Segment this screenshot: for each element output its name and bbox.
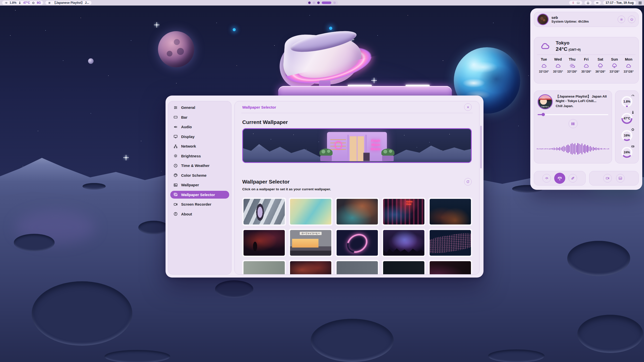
videocam-icon bbox=[173, 202, 178, 207]
close-icon bbox=[466, 106, 470, 109]
sparkle-star bbox=[126, 157, 127, 158]
pause-icon bbox=[572, 122, 573, 125]
chip-icon bbox=[32, 1, 35, 5]
tray-app-icon[interactable] bbox=[572, 1, 575, 5]
pause-icon bbox=[573, 122, 574, 125]
notifications-pill[interactable] bbox=[584, 1, 592, 5]
settings-content: Wallpaper Selector Current Wallpaper Fre… bbox=[234, 101, 479, 275]
image-icon bbox=[173, 183, 178, 187]
media-progress-slider[interactable] bbox=[538, 113, 608, 116]
preview-cafe: Fresh Moon Beans bbox=[327, 132, 387, 161]
powersave-mode-button[interactable] bbox=[569, 174, 577, 183]
selector-heading-row: Wallpaper Selector bbox=[242, 178, 472, 186]
wallpaper-thumb[interactable] bbox=[428, 229, 472, 257]
sidebar-item-bar[interactable]: Bar bbox=[170, 113, 229, 121]
crater bbox=[32, 281, 132, 346]
tray-screenshot-icon[interactable] bbox=[577, 1, 580, 5]
screen-recorder-button[interactable] bbox=[603, 174, 612, 183]
sidebar-item-display[interactable]: Display bbox=[170, 133, 229, 141]
sidebar-item-about[interactable]: About bbox=[170, 210, 229, 218]
wallpaper-thumb[interactable] bbox=[242, 229, 286, 257]
wallpaper-thumb[interactable] bbox=[242, 198, 286, 226]
sun-cloud-icon bbox=[569, 63, 576, 69]
palette-icon bbox=[173, 173, 178, 177]
sidebar-item-audio[interactable]: Audio bbox=[170, 123, 229, 131]
sidebar-item-screen-recorder[interactable]: Screen Recorder bbox=[170, 200, 229, 208]
crater bbox=[138, 221, 169, 234]
sidebar-item-label: Brightness bbox=[181, 154, 201, 158]
cpu-usage-ring: 1.8% bbox=[619, 95, 635, 109]
forecast-day: Mon 33°/26° bbox=[623, 57, 634, 73]
workspace-dot-2[interactable] bbox=[313, 2, 315, 4]
small-moon bbox=[88, 58, 94, 64]
wallpaper-thumb[interactable]: ローファイコーヒー bbox=[289, 229, 333, 257]
wallpaper-thumb[interactable] bbox=[242, 260, 286, 275]
window-title: Wallpaper Selector bbox=[242, 105, 276, 109]
performance-mode-button[interactable] bbox=[542, 174, 551, 183]
forecast-day: Wed 35°/25° bbox=[552, 57, 564, 73]
sidebar-item-brightness[interactable]: Brightness bbox=[170, 152, 229, 160]
sidebar-item-wallpaper-selector[interactable]: Wallpaper Selector bbox=[170, 191, 229, 199]
workspace-dot-3[interactable] bbox=[317, 2, 320, 4]
sidebar-item-wallpaper[interactable]: Wallpaper bbox=[170, 181, 229, 189]
refresh-button[interactable] bbox=[464, 178, 472, 186]
wallpaper-thumb[interactable]: Game Over bbox=[382, 198, 426, 226]
wallpaper-grid: Game Over ローファイコーヒー bbox=[242, 198, 472, 275]
wallpaper-thumb[interactable] bbox=[428, 260, 472, 275]
forecast-day: Thu 33°/26° bbox=[566, 57, 578, 73]
sidebar-item-color-scheme[interactable]: Color Scheme bbox=[170, 171, 229, 179]
window-header: Wallpaper Selector bbox=[242, 101, 472, 113]
wallpaper-thumb[interactable] bbox=[335, 198, 379, 226]
sidebar-item-label: About bbox=[181, 212, 192, 216]
apps-grid-icon[interactable] bbox=[638, 1, 642, 5]
workspace-dot-4-active[interactable] bbox=[322, 2, 331, 4]
preview-stars bbox=[243, 129, 244, 129]
sidebar-item-network[interactable]: Network bbox=[170, 142, 229, 150]
workspace-indicator[interactable] bbox=[306, 1, 338, 5]
forecast-row: Tue 33°/24° Wed 35°/25° Thu 33°/26° Fri … bbox=[538, 57, 634, 73]
settings-button[interactable] bbox=[618, 16, 625, 23]
settings-sidebar: General Bar Audio Display Network Bright… bbox=[168, 101, 231, 275]
wallpaper-thumb[interactable] bbox=[382, 260, 426, 275]
wallpaper-thumb[interactable] bbox=[289, 260, 333, 275]
crater bbox=[83, 183, 106, 190]
neon-line: Fresh bbox=[368, 139, 383, 143]
media-pill[interactable]: 【Japanese Playlist】 J... bbox=[45, 1, 92, 5]
album-art-text: TOKYO L bbox=[538, 106, 552, 108]
crater bbox=[14, 234, 55, 251]
neon-line: Beans bbox=[368, 147, 383, 151]
cpu-temp: 47°C bbox=[23, 1, 30, 5]
progress-track bbox=[538, 114, 608, 115]
system-uptime: System Uptime: 4h19m bbox=[551, 20, 589, 23]
monitor-icon bbox=[173, 134, 178, 139]
wallpaper-thumb[interactable] bbox=[335, 260, 379, 275]
workspace-dot-1[interactable] bbox=[308, 2, 311, 4]
track-title: 【Japanese Playlist】 Japan All Night - To… bbox=[556, 94, 608, 103]
balanced-mode-button[interactable] bbox=[554, 173, 565, 184]
crater bbox=[104, 350, 170, 362]
close-button[interactable] bbox=[464, 103, 472, 111]
thumb-caption: Game Over bbox=[406, 201, 415, 206]
scrollbar-thumb[interactable] bbox=[480, 126, 482, 168]
system-stats-pill[interactable]: 1.8% 47°C 8G bbox=[2, 1, 43, 5]
play-pause-button[interactable] bbox=[569, 119, 578, 128]
sidebar-item-time-weather[interactable]: Time & Weather bbox=[170, 162, 229, 169]
wallpaper-thumb[interactable] bbox=[428, 198, 472, 226]
volume-pill[interactable] bbox=[594, 1, 601, 5]
bell-icon bbox=[586, 1, 590, 5]
sidebar-item-general[interactable]: General bbox=[170, 104, 229, 111]
bright-star bbox=[329, 27, 332, 30]
wallpaper-thumb[interactable] bbox=[289, 198, 333, 226]
wallpaper-thumb[interactable] bbox=[382, 229, 426, 257]
balanced-scales-icon bbox=[557, 176, 562, 181]
user-name: seb bbox=[551, 15, 589, 20]
power-button[interactable] bbox=[628, 16, 635, 23]
wallpaper-shortcut-button[interactable] bbox=[616, 174, 625, 183]
performance-icon bbox=[545, 176, 549, 180]
system-tray-pill[interactable] bbox=[569, 1, 582, 5]
media-progress-thumb[interactable] bbox=[542, 113, 545, 116]
workspace-dot-5[interactable] bbox=[333, 2, 336, 4]
chip-icon bbox=[631, 128, 635, 131]
wallpaper-thumb[interactable] bbox=[335, 229, 379, 257]
clock-pill[interactable]: 17:17 - Tue, 19 Aug bbox=[603, 1, 636, 5]
